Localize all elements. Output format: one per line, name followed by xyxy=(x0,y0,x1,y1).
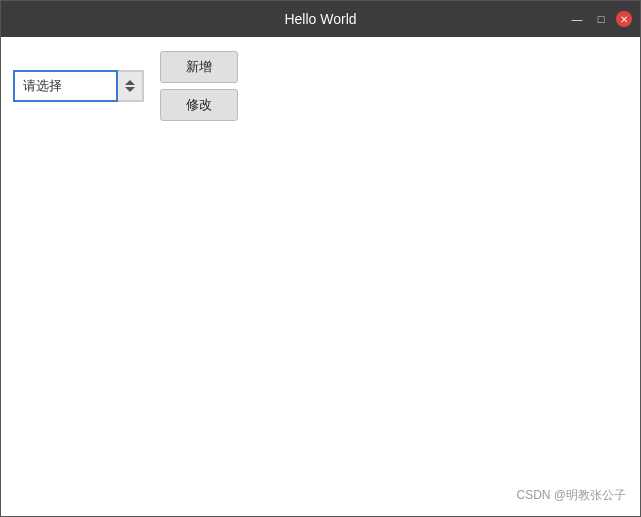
spinner-down-icon xyxy=(125,87,135,92)
combobox-text: 请选择 xyxy=(23,77,108,95)
close-button[interactable]: ✕ xyxy=(616,11,632,27)
window-title: Hello World xyxy=(89,11,552,27)
combobox[interactable]: 请选择 xyxy=(13,70,118,102)
spinner-up-icon xyxy=(125,80,135,85)
minimize-button[interactable]: — xyxy=(568,10,586,28)
watermark: CSDN @明教张公子 xyxy=(516,487,626,504)
combobox-spinner[interactable] xyxy=(118,70,144,102)
maximize-button[interactable]: □ xyxy=(592,10,610,28)
title-bar-controls: — □ ✕ xyxy=(552,10,632,28)
top-controls-row: 请选择 新增 修改 xyxy=(13,51,628,121)
add-button[interactable]: 新增 xyxy=(160,51,238,83)
title-bar: Hello World — □ ✕ xyxy=(1,1,640,37)
edit-button[interactable]: 修改 xyxy=(160,89,238,121)
action-buttons: 新增 修改 xyxy=(160,51,238,121)
main-window: Hello World — □ ✕ 请选择 新增 修改 CSDN @明教张公子 xyxy=(0,0,641,517)
content-area: 请选择 新增 修改 CSDN @明教张公子 xyxy=(1,37,640,516)
